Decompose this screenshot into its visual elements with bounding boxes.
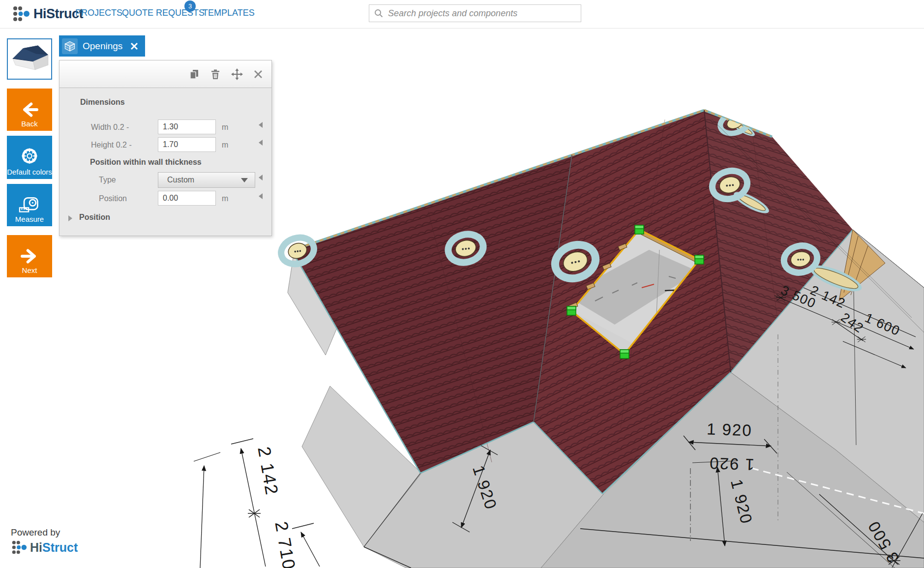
measure-tape-icon xyxy=(18,194,41,215)
width-collapse-icon[interactable] xyxy=(259,122,263,128)
measure-button[interactable]: Measure xyxy=(7,184,52,226)
panel-toolbar xyxy=(60,60,271,88)
nav-item-templates[interactable]: TEMPLATES xyxy=(203,8,255,18)
panel-close-icon[interactable] xyxy=(254,70,263,79)
nav-item-projects[interactable]: PROJECTS xyxy=(75,8,122,18)
next-button-label: Next xyxy=(22,266,37,277)
tab-close-icon[interactable] xyxy=(130,42,138,50)
position-collapse-icon[interactable] xyxy=(259,193,263,199)
copy-icon[interactable] xyxy=(189,69,200,80)
section-dimensions: Dimensions xyxy=(80,98,125,107)
section-position-group[interactable]: Position xyxy=(79,213,110,222)
width-input[interactable] xyxy=(158,120,216,134)
search-bar[interactable] xyxy=(369,4,581,22)
tab-openings[interactable]: Openings xyxy=(59,35,145,57)
footer-brand-logo-icon xyxy=(11,539,28,555)
quote-requests-badge: 3 xyxy=(184,0,196,12)
position-unit: m xyxy=(222,194,228,203)
trash-icon[interactable] xyxy=(210,69,220,80)
type-dropdown-value: Custom xyxy=(167,176,194,184)
back-arrow-icon xyxy=(18,100,41,120)
type-field-label: Type xyxy=(99,176,116,184)
type-dropdown[interactable]: Custom xyxy=(158,172,255,188)
top-navigation-bar: HiStruct PROJECTS QUOTE REQUESTS 3 TEMPL… xyxy=(0,0,924,29)
search-input[interactable] xyxy=(387,8,576,19)
height-unit: m xyxy=(222,141,228,149)
footer-brand-title: HiStruct xyxy=(30,540,78,555)
dimension-label: 1 920 xyxy=(706,419,752,439)
color-wheel-icon xyxy=(18,146,41,168)
width-field-label: Width 0.2 - xyxy=(91,123,129,132)
dropdown-arrow-icon xyxy=(241,178,248,182)
dimension-label: 2 710 xyxy=(271,520,299,568)
search-icon xyxy=(374,9,383,18)
structure-cube-icon xyxy=(62,38,78,54)
tab-openings-label: Openings xyxy=(83,41,122,52)
default-colors-button[interactable]: Default colors xyxy=(7,136,52,179)
measure-button-label: Measure xyxy=(15,215,44,226)
back-button[interactable]: Back xyxy=(7,89,52,131)
house-thumbnail-icon xyxy=(9,41,50,77)
powered-by-label: Powered by xyxy=(11,527,78,538)
position-field-label: Position xyxy=(99,194,127,203)
dimension-label: 1 920 xyxy=(709,454,755,474)
model-thumbnail-button[interactable] xyxy=(7,38,52,80)
powered-by: Powered by HiStruct xyxy=(11,527,78,555)
dimension-label: 2 142 xyxy=(254,445,282,497)
height-collapse-icon[interactable] xyxy=(259,140,263,146)
position-group-expand-icon[interactable] xyxy=(68,215,72,221)
opening-properties-panel: Dimensions Width 0.2 - m Height 0.2 - m … xyxy=(59,60,272,236)
height-input[interactable] xyxy=(158,137,216,152)
type-collapse-icon[interactable] xyxy=(259,175,263,180)
next-arrow-icon xyxy=(18,246,41,266)
brand-logo-icon xyxy=(12,5,30,23)
width-unit: m xyxy=(222,123,228,132)
back-button-label: Back xyxy=(21,120,37,131)
default-colors-button-label: Default colors xyxy=(7,168,52,179)
brand-logo[interactable]: HiStruct xyxy=(12,5,83,23)
section-position-wall: Position within wall thickness xyxy=(90,158,202,167)
height-field-label: Height 0.2 - xyxy=(91,141,132,149)
next-button[interactable]: Next xyxy=(7,235,52,277)
position-input[interactable] xyxy=(158,191,216,206)
move-icon[interactable] xyxy=(231,68,243,80)
